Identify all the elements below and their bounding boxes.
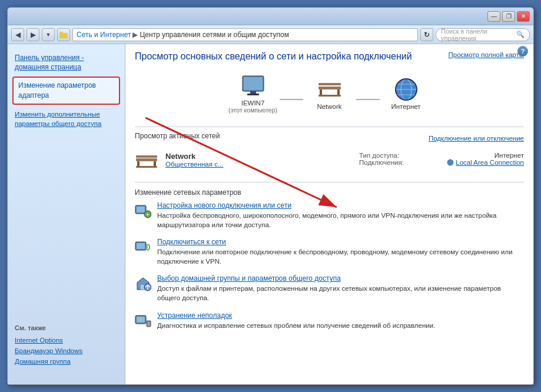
new-connection-link[interactable]: Настройка нового подключения или сети [157, 201, 524, 210]
change-section-title: Изменение сетевых параметров [135, 188, 524, 197]
connections-row: Подключения: Local Area Connection [359, 159, 524, 166]
connect-icon [135, 239, 151, 255]
new-connection-desc: Настройка беспроводного, широкополосного… [157, 212, 497, 228]
connections-label: Подключения: [359, 159, 404, 166]
change-section: Изменение сетевых параметров + [135, 188, 524, 330]
breadcrumb-network[interactable]: Сеть и Интернет [77, 31, 131, 39]
network-diagram: IEWIN7 (этот компьютер) [135, 69, 524, 118]
connection-icon [447, 159, 454, 166]
change-item-2: Подключиться к сети Подключение или повт… [135, 238, 524, 266]
access-type-value: Интернет [494, 152, 524, 159]
net-line-1 [280, 99, 303, 100]
access-type-row: Тип доступа: Интернет [359, 152, 524, 159]
net-node-computer: IEWIN7 (этот компьютер) [227, 74, 280, 114]
close-button[interactable]: ✕ [517, 11, 530, 22]
help-button[interactable]: ? [517, 46, 528, 57]
svg-text:?: ? [139, 317, 142, 323]
sidebar-item-internet-options[interactable]: Internet Options [8, 335, 125, 346]
connect-disconnect-link[interactable]: Подключение или отключение [429, 135, 524, 142]
section-divider-1 [135, 127, 524, 127]
refresh-button[interactable]: ↻ [420, 28, 433, 41]
title-bar: — ❐ ✕ [8, 8, 533, 25]
svg-rect-17 [136, 158, 157, 161]
node1-label: IEWIN7 [241, 99, 265, 107]
window-controls: — ❐ ✕ [487, 11, 530, 22]
connect-desc: Подключение или повторное подключение к … [157, 248, 513, 265]
sidebar-item-share[interactable]: Изменить дополнительные параметры общего… [8, 106, 125, 132]
network-bench-icon [135, 152, 158, 174]
bench-icon [316, 77, 344, 102]
sidebar-also-label: См. также [8, 321, 125, 335]
svg-rect-18 [136, 155, 157, 158]
net-node-network: Network [303, 77, 356, 110]
network-type-link[interactable]: Общественная с... [165, 161, 352, 168]
change-item-4-content: Устранение неполадок Диагностика и испра… [157, 311, 435, 330]
address-bar: ◀ ▶ ▼ Сеть и Интернет ▶ Центр управления… [8, 25, 533, 44]
change-item-4: ? Устранение неполадок Диагностика и исп… [135, 311, 524, 330]
minimize-button[interactable]: — [487, 11, 500, 22]
svg-rect-3 [244, 77, 263, 90]
troubleshoot-desc: Диагностика и исправление сетевых пробле… [157, 322, 435, 329]
sidebar-item-homegroup[interactable]: Домашняя группа [8, 356, 125, 367]
sidebar-item-adapter[interactable]: Изменение параметров адаптера [12, 77, 120, 105]
net-node-internet: Интернет [380, 77, 433, 110]
section-divider-2 [135, 182, 524, 182]
local-area-connection-link[interactable]: Local Area Connection [456, 159, 524, 166]
back-button[interactable]: ◀ [11, 28, 24, 41]
svg-rect-5 [247, 94, 259, 95]
troubleshoot-icon: ? [135, 313, 151, 329]
node3-label: Интернет [391, 103, 420, 110]
change-item-2-content: Подключиться к сети Подключение или повт… [157, 238, 524, 266]
svg-rect-6 [318, 87, 341, 89]
breadcrumb-current: Центр управления сетями и общим доступом [140, 31, 289, 39]
connections-value-wrap: Local Area Connection [447, 159, 524, 166]
svg-rect-1 [59, 32, 63, 34]
svg-rect-10 [318, 95, 341, 97]
svg-rect-7 [318, 83, 341, 85]
change-item-1-content: Настройка нового подключения или сети На… [157, 201, 524, 230]
change-item-3-content: Выбор домашней группы и параметров общег… [157, 274, 524, 303]
forward-button[interactable]: ▶ [26, 28, 39, 41]
sidebar-item-home[interactable]: Панель управления - домашняя страница [8, 50, 125, 75]
computer-icon [239, 74, 267, 98]
breadcrumb-sep1: ▶ [132, 31, 138, 39]
active-networks-title: Просмотр активных сетей [135, 132, 220, 140]
main-panel: Просмотр полной карты Просмотр основных … [125, 44, 533, 384]
folder-icon[interactable] [57, 28, 70, 41]
svg-rect-21 [136, 166, 157, 168]
recent-button[interactable]: ▼ [42, 28, 55, 41]
new-connection-icon: + [135, 202, 151, 219]
search-placeholder: Поиск в панели управления [441, 28, 516, 42]
homegroup-icon [135, 275, 151, 292]
node2-label: Network [317, 103, 341, 110]
svg-rect-24 [137, 207, 145, 212]
change-item-1: + Настройка нового подключения или сети … [135, 201, 524, 230]
address-path[interactable]: Сеть и Интернет ▶ Центр управления сетям… [72, 28, 418, 41]
full-map-link[interactable]: Просмотр полной карты [448, 51, 524, 58]
sidebar-item-firewall[interactable]: Брандмауэр Windows [8, 346, 125, 356]
restore-button[interactable]: ❐ [502, 11, 515, 22]
troubleshoot-link[interactable]: Устранение неполадок [157, 311, 435, 320]
connect-link[interactable]: Подключиться к сети [157, 238, 524, 246]
homegroup-link[interactable]: Выбор домашней группы и параметров общег… [157, 274, 524, 283]
svg-point-22 [447, 160, 453, 165]
sidebar: Панель управления - домашняя страница Из… [8, 44, 125, 384]
net-line-2 [356, 99, 380, 100]
sidebar-spacer [8, 132, 125, 321]
svg-rect-28 [137, 243, 145, 249]
network-name: Network [165, 152, 352, 161]
homegroup-desc: Доступ к файлам и принтерам, расположенн… [157, 285, 501, 301]
network-right: Тип доступа: Интернет Подключения: Local… [359, 152, 524, 166]
main-window: — ❐ ✕ ◀ ▶ ▼ Сеть и Интернет ▶ Центр упра… [7, 7, 534, 385]
content-area: Панель управления - домашняя страница Из… [8, 44, 533, 384]
network-info: Network Общественная с... [165, 152, 352, 168]
svg-text:+: + [146, 211, 150, 218]
change-item-3: Выбор домашней группы и параметров общег… [135, 274, 524, 303]
access-type-label: Тип доступа: [359, 152, 399, 159]
active-network-row: Network Общественная с... Тип доступа: И… [135, 148, 524, 177]
globe-icon [392, 77, 420, 102]
search-box[interactable]: Поиск в панели управления 🔍 [436, 28, 530, 41]
svg-rect-4 [250, 91, 256, 94]
search-icon: 🔍 [516, 31, 525, 38]
svg-rect-35 [148, 322, 150, 325]
